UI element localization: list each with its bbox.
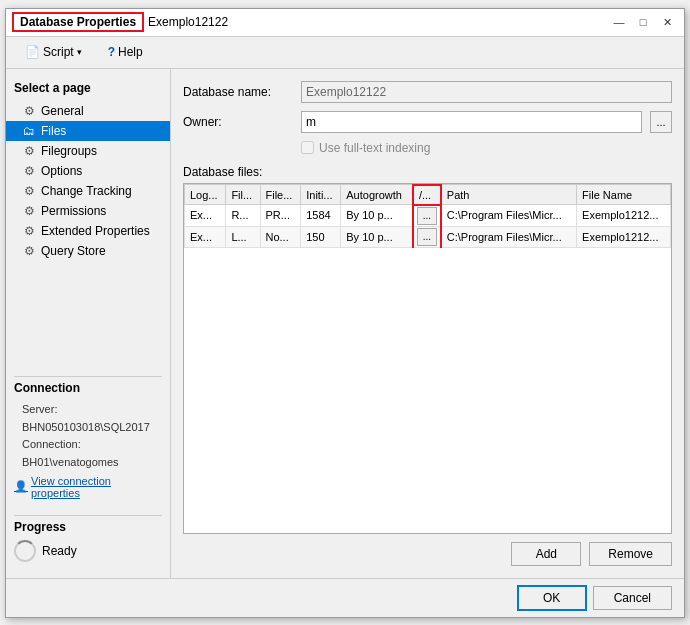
sidebar-item-query-store-label: Query Store xyxy=(41,244,106,258)
cell-browse-1: ... xyxy=(413,205,441,227)
title-db-props: Database Properties xyxy=(12,12,144,32)
help-icon: ? xyxy=(108,45,115,59)
sidebar-item-options-label: Options xyxy=(41,164,82,178)
col-logname: Log... xyxy=(185,185,226,205)
sidebar-item-change-tracking-label: Change Tracking xyxy=(41,184,132,198)
cell-filetype-2: L... xyxy=(226,226,260,247)
sidebar-item-permissions[interactable]: ⚙ Permissions xyxy=(6,201,170,221)
cell-filetype-1: R... xyxy=(226,205,260,227)
query-store-icon: ⚙ xyxy=(22,244,36,258)
ready-label: Ready xyxy=(42,544,77,558)
extended-properties-icon: ⚙ xyxy=(22,224,36,238)
col-filetype: Fil... xyxy=(226,185,260,205)
body: Select a page ⚙ General 🗂 Files ⚙ Filegr… xyxy=(6,69,684,578)
general-icon: ⚙ xyxy=(22,104,36,118)
main-window: Database Properties Exemplo12122 — □ ✕ 📄… xyxy=(5,8,685,618)
db-files-table: Log... Fil... File... Initi... Autogrowt… xyxy=(184,184,671,248)
main-content: Database name: document.querySelector('[… xyxy=(171,69,684,578)
progress-section: Progress Ready xyxy=(6,507,170,570)
script-label: Script xyxy=(43,45,74,59)
ok-button[interactable]: OK xyxy=(517,585,587,611)
filegroups-icon: ⚙ xyxy=(22,144,36,158)
col-browse: /... xyxy=(413,185,441,205)
cancel-button[interactable]: Cancel xyxy=(593,586,672,610)
cell-logname-1: Ex... xyxy=(185,205,226,227)
cell-autogrowth-1: By 10 p... xyxy=(341,205,413,227)
sidebar: Select a page ⚙ General 🗂 Files ⚙ Filegr… xyxy=(6,69,171,578)
script-button[interactable]: 📄 Script ▾ xyxy=(16,41,91,63)
connection-info: Server: BHN050103018\SQL2017 Connection:… xyxy=(14,401,162,471)
owner-row: Owner: ... xyxy=(183,111,672,133)
db-name-input[interactable] xyxy=(301,81,672,103)
view-connection-label: View connection properties xyxy=(31,475,162,499)
browse-button-2[interactable]: ... xyxy=(417,228,437,246)
cell-path-2: C:\Program Files\Micr... xyxy=(441,226,577,247)
cell-autogrowth-2: By 10 p... xyxy=(341,226,413,247)
maximize-button[interactable]: □ xyxy=(632,12,654,32)
bottom-buttons: Add Remove xyxy=(183,534,672,566)
options-icon: ⚙ xyxy=(22,164,36,178)
server-value: BHN050103018\SQL2017 xyxy=(22,421,150,433)
connection-link-icon: 👤 xyxy=(14,480,28,493)
col-filename: File Name xyxy=(577,185,671,205)
table-row: Ex... L... No... 150 By 10 p... ... C:\P… xyxy=(185,226,671,247)
sidebar-item-options[interactable]: ⚙ Options xyxy=(6,161,170,181)
fulltext-label: Use full-text indexing xyxy=(319,141,430,155)
files-icon: 🗂 xyxy=(22,124,36,138)
spinner-icon xyxy=(14,540,36,562)
sidebar-item-files[interactable]: 🗂 Files xyxy=(6,121,170,141)
view-connection-link[interactable]: 👤 View connection properties xyxy=(14,475,162,499)
sidebar-item-filegroups[interactable]: ⚙ Filegroups xyxy=(6,141,170,161)
server-label: Server: xyxy=(22,403,57,415)
cell-filegroup-1: PR... xyxy=(260,205,301,227)
remove-button[interactable]: Remove xyxy=(589,542,672,566)
cell-initial-1: 1584 xyxy=(301,205,341,227)
owner-label: Owner: xyxy=(183,115,293,129)
sidebar-item-filegroups-label: Filegroups xyxy=(41,144,97,158)
sidebar-item-files-label: Files xyxy=(41,124,66,138)
sidebar-item-change-tracking[interactable]: ⚙ Change Tracking xyxy=(6,181,170,201)
help-label: Help xyxy=(118,45,143,59)
browse-button-1[interactable]: ... xyxy=(417,207,437,225)
footer: OK Cancel xyxy=(6,578,684,617)
title-bar-db-name: Exemplo12122 xyxy=(148,15,228,29)
fulltext-row: Use full-text indexing xyxy=(183,141,672,155)
db-files-table-container: Log... Fil... File... Initi... Autogrowt… xyxy=(183,183,672,534)
cell-path-1: C:\Program Files\Micr... xyxy=(441,205,577,227)
script-icon: 📄 xyxy=(25,45,40,59)
sidebar-item-general[interactable]: ⚙ General xyxy=(6,101,170,121)
minimize-button[interactable]: — xyxy=(608,12,630,32)
help-button[interactable]: ? Help xyxy=(99,41,152,63)
db-files-label: Database files: xyxy=(183,165,672,179)
title-bar-controls: — □ ✕ xyxy=(608,12,678,32)
owner-input[interactable] xyxy=(301,111,642,133)
progress-ready: Ready xyxy=(14,540,162,562)
connection-value: BH01\venatogomes xyxy=(22,456,119,468)
cell-logname-2: Ex... xyxy=(185,226,226,247)
sidebar-item-extended-properties[interactable]: ⚙ Extended Properties xyxy=(6,221,170,241)
cell-browse-2: ... xyxy=(413,226,441,247)
owner-browse-button[interactable]: ... xyxy=(650,111,672,133)
sidebar-item-query-store[interactable]: ⚙ Query Store xyxy=(6,241,170,261)
script-chevron-icon: ▾ xyxy=(77,47,82,57)
cell-filename-1: Exemplo1212... xyxy=(577,205,671,227)
add-button[interactable]: Add xyxy=(511,542,581,566)
col-filegroup: File... xyxy=(260,185,301,205)
sidebar-item-extended-properties-label: Extended Properties xyxy=(41,224,150,238)
fulltext-checkbox[interactable] xyxy=(301,141,314,154)
col-path: Path xyxy=(441,185,577,205)
cell-filename-2: Exemplo1212... xyxy=(577,226,671,247)
db-name-row: Database name: document.querySelector('[… xyxy=(183,81,672,103)
permissions-icon: ⚙ xyxy=(22,204,36,218)
col-autogrowth: Autogrowth xyxy=(341,185,413,205)
sidebar-item-general-label: General xyxy=(41,104,84,118)
col-initial: Initi... xyxy=(301,185,341,205)
toolbar: 📄 Script ▾ ? Help xyxy=(6,37,684,69)
change-tracking-icon: ⚙ xyxy=(22,184,36,198)
table-header-row: Log... Fil... File... Initi... Autogrowt… xyxy=(185,185,671,205)
title-bar-left: Database Properties Exemplo12122 xyxy=(12,12,608,32)
close-button[interactable]: ✕ xyxy=(656,12,678,32)
progress-section-title: Progress xyxy=(14,515,162,540)
cell-initial-2: 150 xyxy=(301,226,341,247)
connection-label: Connection: xyxy=(22,438,81,450)
